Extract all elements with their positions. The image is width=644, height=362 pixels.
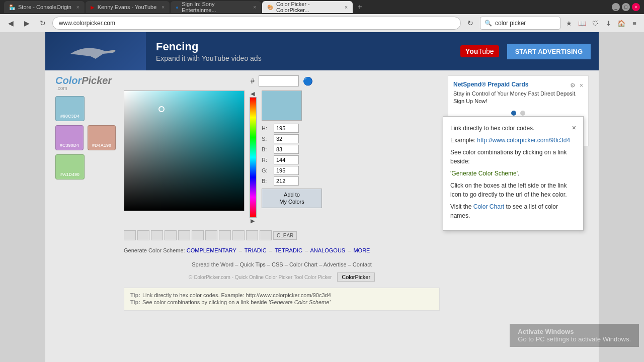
youtube-tab-close[interactable]: × [162,5,165,10]
ad-widget-controls: ⚙ × [570,82,583,89]
swatch-label-90c3d4: #90C3D4 [60,114,79,119]
colorpicker-tab-close[interactable]: × [345,5,348,10]
home-icon[interactable]: 🏠 [616,18,627,29]
close-button[interactable]: × [632,3,640,11]
bri-field-row: B: [262,145,322,154]
info-popup-close[interactable]: × [572,124,576,132]
refresh-button[interactable]: ↻ [36,17,49,30]
maximize-button[interactable]: □ [622,3,630,11]
search-bar[interactable]: 🔍 color picker [480,17,560,30]
saved-color-10[interactable] [246,230,258,240]
swatch-row-2: #C390D4 #D4A190 [55,125,116,150]
hue-slider-container: ◀ ▶ [247,90,260,224]
browser-frame: 🏪 Store - ConsoleOrigin × ▶ Kenny Evans … [0,0,644,32]
hue-label: H: [262,125,272,131]
slider-left-arrow[interactable]: ◀ [251,90,255,97]
clear-button[interactable]: CLEAR [273,231,297,240]
colorpicker-brand-button[interactable]: ColorPicker [337,273,375,282]
carousel-dot-1[interactable] [511,111,516,116]
slider-right-arrow[interactable]: ▶ [251,218,255,224]
tab-sony[interactable]: ● Sign In: Sony Entertainme... × [171,1,261,13]
info-line-3: See color combinations by clicking on a … [450,148,576,166]
swatch-d4a190[interactable]: #D4A190 [88,125,116,150]
saved-color-3[interactable] [151,230,163,240]
bri-input[interactable] [274,145,299,154]
shield-icon[interactable]: 🛡 [590,18,601,29]
new-tab-button[interactable]: + [354,1,366,13]
color-chart-popup-link[interactable]: Color Chart [473,203,504,210]
advertise-link[interactable]: Advertise [324,261,347,267]
saved-color-8[interactable] [219,230,231,240]
start-advertising-button[interactable]: START ADVERTISING [507,44,591,59]
quick-tips-link[interactable]: Quick Tips [239,261,265,267]
hex-hash-label: # [251,77,255,85]
forward-button[interactable]: ▶ [20,17,33,30]
green-input[interactable] [274,166,299,175]
tetradic-link[interactable]: TETRADIC [275,247,302,253]
example-link[interactable]: http://www.colorpicker.com/90c3d4 [477,137,570,144]
sony-tab-close[interactable]: × [253,5,256,10]
hue-slider[interactable] [250,97,257,218]
ad-image [45,32,146,70]
tab-store[interactable]: 🏪 Store - ConsoleOrigin × [4,1,85,13]
swatch-row-1: #90C3D4 [55,96,116,121]
contact-link[interactable]: Contact [353,261,372,267]
carousel-dot-2[interactable] [520,111,525,116]
ad-banner: Fencing Expand it with YouTube video ads… [45,32,599,70]
sat-input[interactable] [274,134,299,143]
saved-color-11[interactable] [260,230,272,240]
reload-button[interactable]: ↻ [464,17,477,30]
color-chart-link[interactable]: Color Chart [289,261,317,267]
sony-tab-label: Sign In: Sony Entertainme... [182,1,248,13]
bookmark-icon[interactable]: 📖 [577,18,588,29]
minimize-button[interactable]: _ [612,3,620,11]
menu-icon[interactable]: ≡ [629,18,640,29]
saved-color-2[interactable] [137,230,149,240]
saved-color-4[interactable] [165,230,177,240]
eyedropper-icon[interactable]: 🔵 [303,76,313,86]
hue-input[interactable] [274,124,299,133]
logo-picker-span: Picker [82,75,112,86]
info-line-4: 'Generate Color Scheme'. [450,169,576,178]
download-icon[interactable]: ⬇ [603,18,614,29]
main-content: ColorPicker .com #90C3D4 #C390D4 [45,70,599,318]
blue-field-row: B: [262,176,322,186]
generate-scheme-popup-link[interactable]: 'Generate Color Scheme' [450,170,518,177]
add-to-colors-button[interactable]: Add toMy Colors [262,189,322,208]
logo-domain: .com [56,85,116,91]
blue-label: B: [262,178,272,184]
complementary-link[interactable]: COMPLEMENTARY [187,247,236,253]
swatch-a1d490[interactable]: #A1D490 [55,154,85,179]
search-text: color picker [495,20,526,27]
swatch-label-c390d4: #C390D4 [60,143,79,148]
saved-color-9[interactable] [232,230,245,240]
bookmark-star-icon[interactable]: ★ [564,18,575,29]
ad-right: YouTube START ADVERTISING [460,44,599,59]
ad-close-icon[interactable]: × [580,82,583,89]
saved-color-1[interactable] [124,230,136,240]
tab-colorpicker[interactable]: 🎨 Color Picker - ColorPicker... × [262,1,353,13]
hex-input-field[interactable] [259,75,299,86]
blue-input[interactable] [274,176,299,186]
activation-subtitle: Go to PC settings to activate Windows. [518,335,631,343]
back-button[interactable]: ◀ [4,17,17,30]
saved-color-7[interactable] [205,230,217,240]
generate-scheme-row: Generate Color Scheme: COMPLEMENTARY – T… [124,247,440,253]
swatch-c390d4[interactable]: #C390D4 [55,125,84,150]
analogous-link[interactable]: ANALOGOUS [310,247,346,253]
swatch-90c3d4[interactable]: #90C3D4 [55,96,85,121]
saved-color-5[interactable] [178,230,190,240]
red-input[interactable] [274,155,299,164]
store-tab-close[interactable]: × [76,5,79,10]
address-bar[interactable]: www.colorpicker.com [52,17,461,30]
swatch-label-d4a190: #D4A190 [92,143,111,148]
gradient-box[interactable] [124,90,245,211]
spread-the-word-link[interactable]: Spread the Word [192,261,233,267]
tip-1-text: Link directly to hex color codes. Exampl… [142,292,331,298]
tab-youtube[interactable]: ▶ Kenny Evans - YouTube × [86,1,170,13]
css-link[interactable]: CSS [272,261,283,267]
more-link[interactable]: MORE [353,247,370,253]
saved-color-6[interactable] [192,230,204,240]
triadic-link[interactable]: TRIADIC [245,247,267,253]
ad-settings-icon[interactable]: ⚙ [570,82,576,89]
